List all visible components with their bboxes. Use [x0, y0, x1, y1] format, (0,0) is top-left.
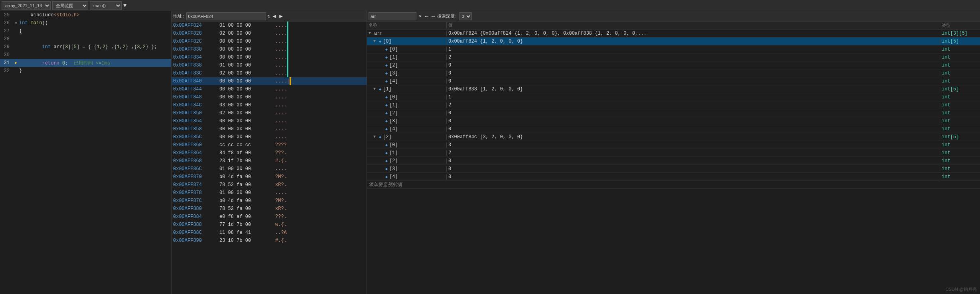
var-icon: ◆	[379, 87, 381, 92]
add-watch-label: 添加要监视的项	[367, 181, 402, 188]
watch-row[interactable]: ◆[4]0int	[367, 77, 980, 85]
watch-item-type: int	[940, 55, 980, 60]
mem-bytes: 00 00 00 00	[219, 39, 275, 44]
memory-row: 0x00AFF878 01 00 00 00 ....	[172, 189, 367, 197]
watch-row[interactable]: ◆[0]1int	[367, 45, 980, 53]
scope-select[interactable]: 全局范围	[52, 1, 88, 10]
watch-row[interactable]: ▼◆[1]0x00aff838 {1, 2, 0, 0, 0}int[5]	[367, 85, 980, 93]
mem-addr: 0x00AFF828	[172, 31, 219, 36]
mem-addr: 0x00AFF860	[172, 142, 219, 148]
watch-item-type: int	[940, 102, 980, 108]
var-icon: ◆	[385, 95, 388, 100]
memory-address-input[interactable]	[186, 12, 266, 20]
var-icon: ◆	[385, 143, 388, 147]
mem-bytes: 03 00 00 00	[219, 102, 275, 108]
memory-row: 0x00AFF854 00 00 00 00 ....	[172, 117, 367, 125]
watch-item-type: int	[940, 63, 980, 68]
nav-left-icon[interactable]: ◀	[272, 13, 277, 20]
memory-row: 0x00AFF86C 01 00 00 00 ....	[172, 165, 367, 173]
mem-bytes: cc cc cc cc	[219, 142, 275, 148]
watch-row[interactable]: ◆[2]0int	[367, 61, 980, 69]
code-text-32: }	[19, 68, 171, 74]
watch-item-value: 0x00aff824 {0x00aff824 {1, 2, 0, 0, 0}, …	[447, 31, 940, 36]
mem-bytes: 00 00 00 00	[219, 55, 275, 60]
memory-row: 0x00AFF874 78 52 fa 00 xR?.	[172, 181, 367, 189]
col-header-type: 类型	[940, 22, 980, 28]
code-text-27: {	[19, 28, 171, 34]
watch-row[interactable]: ◆[0]3int	[367, 141, 980, 149]
var-icon: ◆	[385, 103, 388, 108]
add-watch-row[interactable]: 添加要监视的项	[367, 181, 980, 189]
watch-item-type: int	[940, 118, 980, 124]
mem-bytes: 78 52 fa 00	[219, 206, 275, 212]
mem-ascii: ?M?.	[275, 198, 287, 204]
watch-row[interactable]: ◆[3]0int	[367, 69, 980, 77]
expand-icon[interactable]: ▼	[373, 87, 378, 91]
mem-ascii: ....	[275, 166, 287, 172]
watch-item-value: 0x00aff824 {1, 2, 0, 0, 0}	[447, 39, 940, 44]
watch-search-input[interactable]	[369, 12, 416, 20]
function-select[interactable]: main()	[90, 1, 122, 10]
line-number-29: 29	[0, 44, 13, 50]
mem-bytes: 01 00 00 00	[219, 23, 275, 28]
watch-row[interactable]: ◆[1]2int	[367, 53, 980, 61]
watch-item-type: int[5]	[940, 39, 980, 44]
watch-item-value: 0	[447, 174, 940, 180]
watch-row[interactable]: ◆[1]2int	[367, 101, 980, 109]
watch-row[interactable]: ◆[4]0int	[367, 173, 980, 181]
mem-addr: 0x00AFF88C	[172, 230, 219, 235]
nav-right-icon[interactable]: ▶	[278, 13, 283, 20]
watch-row[interactable]: ◆[3]0int	[367, 165, 980, 173]
mem-ascii: ....	[275, 71, 287, 76]
expand-icon[interactable]: ▼	[369, 31, 373, 35]
memory-row: 0x00AFF860 cc cc cc cc ????	[172, 141, 367, 149]
watch-row[interactable]: ◆[3]0int	[367, 117, 980, 125]
memory-row: 0x00AFF834 00 00 00 00 ....	[172, 53, 367, 61]
memory-row: 0x00AFF838 01 00 00 00 ....	[172, 61, 367, 69]
watch-item-value: 0	[447, 118, 940, 124]
close-watch-icon[interactable]: ✕	[418, 13, 422, 19]
memory-row: 0x00AFF88C 11 08 fe 41 ..?A	[172, 229, 367, 237]
col-header-value: 值	[447, 22, 940, 28]
watch-row[interactable]: ▼arr0x00aff824 {0x00aff824 {1, 2, 0, 0, …	[367, 29, 980, 37]
line-number-32: 32	[0, 68, 13, 74]
nav-back-icon[interactable]: ←	[424, 13, 429, 20]
code-text-31: return 0; 已用时间 <=1ms	[19, 60, 171, 67]
watch-row[interactable]: ◆[4]0int	[367, 125, 980, 133]
mem-ascii: xR?.	[275, 206, 287, 212]
watch-row[interactable]: ◆[0]1int	[367, 93, 980, 101]
mem-bytes: 01 00 00 00	[219, 166, 275, 172]
watch-item-name: ▼◆[2]	[367, 134, 447, 140]
watch-row[interactable]: ◆[1]2int	[367, 149, 980, 157]
mem-bytes: b0 4d fa 00	[219, 174, 275, 180]
refresh-icon[interactable]: ↻	[268, 13, 270, 19]
mem-bytes: 11 08 fe 41	[219, 230, 275, 235]
watch-item-name: ◆[2]	[367, 158, 447, 164]
filter-icon[interactable]: ▼	[123, 2, 126, 9]
watch-item-value: 0x00aff838 {1, 2, 0, 0, 0}	[447, 86, 940, 92]
expand-icon[interactable]: ▼	[373, 39, 378, 43]
mem-ascii: ....	[275, 63, 287, 68]
watch-row[interactable]: ◆[2]0int	[367, 157, 980, 165]
memory-row: 0x00AFF858 00 00 00 00 ....	[172, 125, 367, 133]
memory-row: 0x00AFF868 23 1f 7b 00 #.{.	[172, 157, 367, 165]
mem-bytes: 01 00 00 00	[219, 190, 275, 196]
watch-item-name: ◆[3]	[367, 71, 447, 76]
mem-ascii: ....	[275, 86, 287, 92]
mem-ascii: ....	[275, 55, 287, 60]
mem-ascii: ....	[275, 102, 287, 108]
col-header-name: 名称	[367, 22, 447, 28]
file-select[interactable]: array_2021_11_13	[2, 1, 51, 10]
var-icon: ◆	[385, 119, 388, 123]
nav-forward-icon[interactable]: →	[431, 13, 436, 20]
expand-icon[interactable]: ▼	[373, 135, 378, 139]
watch-row[interactable]: ◆[2]0int	[367, 109, 980, 117]
watch-row[interactable]: ▼◆[0]0x00aff824 {1, 2, 0, 0, 0}int[5]	[367, 37, 980, 45]
mem-addr: 0x00AFF83C	[172, 71, 219, 76]
depth-select[interactable]: 3	[459, 12, 472, 20]
line-number-27: 27	[0, 28, 13, 34]
mem-bytes: 78 52 fa 00	[219, 182, 275, 188]
watch-row[interactable]: ▼◆[2]0x00aff84c {3, 2, 0, 0, 0}int[5]	[367, 133, 980, 141]
mem-ascii: ....	[275, 126, 287, 132]
mem-bytes: 84 f8 af 00	[219, 150, 275, 156]
